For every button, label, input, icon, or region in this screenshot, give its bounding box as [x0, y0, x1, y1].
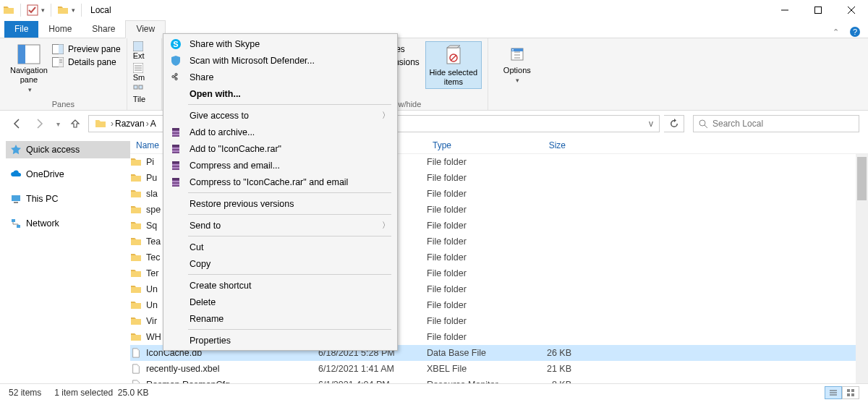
layout-tiles[interactable]: Tile [133, 85, 145, 103]
menu-item-label: Compress and email... [190, 161, 280, 171]
close-button[interactable] [835, 0, 868, 20]
tab-file[interactable]: File [4, 21, 38, 38]
layout-extra-large[interactable]: Ext [133, 41, 145, 60]
menu-item[interactable]: Delete [163, 294, 397, 310]
svg-rect-58 [172, 150, 179, 152]
forward-button[interactable] [30, 115, 48, 132]
address-bar: ▾ › Razvan › A v Search Local [0, 111, 868, 137]
menu-item[interactable]: Rename [163, 310, 397, 327]
table-row[interactable]: recently-used.xbel6/12/2021 1:41 AMXBEL … [130, 361, 868, 377]
breadcrumb-seg[interactable]: A [150, 119, 156, 129]
help-icon[interactable]: ? [849, 26, 861, 38]
menu-item[interactable]: Scan with Microsoft Defender... [163, 52, 397, 69]
file-type: File folder [427, 205, 514, 215]
menu-item[interactable]: Compress to "IconCache.rar" and email [163, 174, 397, 190]
menu-item[interactable]: Send to〉 [163, 217, 397, 234]
details-pane-button[interactable]: Details pane [52, 57, 121, 67]
svg-rect-53 [172, 131, 179, 132]
sidebar-item-label: Network [26, 218, 59, 229]
file-type: File folder [427, 332, 514, 342]
scrollbar-thumb[interactable] [857, 157, 867, 200]
share-icon [169, 71, 182, 84]
back-button[interactable] [9, 115, 26, 132]
hide-selected-button[interactable]: Hide selected items [425, 41, 482, 89]
file-type: File folder [427, 236, 514, 247]
chevron-down-icon[interactable]: v [646, 119, 656, 129]
svg-text:?: ? [853, 27, 857, 36]
ribbon-group-options: Options ▾ [488, 38, 546, 110]
checkbox-icon[interactable] [27, 4, 38, 16]
maximize-button[interactable] [801, 0, 835, 20]
folder-icon [130, 300, 142, 310]
ribbon-collapse-icon[interactable]: ⌃ [833, 27, 839, 37]
blank-icon [169, 312, 182, 325]
menu-item[interactable]: Create shortcut [163, 277, 397, 294]
sidebar-item-onedrive[interactable]: OneDrive [6, 166, 130, 183]
view-details-button[interactable] [825, 386, 842, 399]
ribbon-group-layout: Ext Sm Tile [127, 38, 162, 110]
menu-item[interactable]: Open with... [163, 85, 397, 102]
svg-rect-15 [133, 41, 143, 51]
svg-rect-48 [851, 393, 854, 396]
menu-item[interactable]: Properties [163, 332, 397, 349]
svg-point-36 [699, 120, 705, 126]
svg-rect-65 [172, 181, 179, 182]
menu-item[interactable]: Restore previous versions [163, 195, 397, 212]
col-type[interactable]: Type [427, 140, 514, 150]
title-bar: ▾ ▾ Local [0, 0, 868, 20]
sidebar-item-this-pc[interactable]: This PC [6, 190, 130, 208]
file-name: spe [146, 205, 161, 215]
menu-item[interactable]: Cut [163, 239, 397, 255]
tab-view[interactable]: View [125, 20, 166, 38]
scrollbar[interactable] [856, 154, 868, 383]
menu-item-label: Copy [190, 259, 210, 269]
folder-icon [95, 119, 106, 129]
layout-small[interactable]: Sm [133, 63, 145, 82]
rar-icon [169, 176, 182, 189]
search-input[interactable]: Search Local [693, 115, 859, 132]
menu-item[interactable]: Copy [163, 255, 397, 272]
col-size[interactable]: Size [514, 140, 571, 150]
view-large-button[interactable] [842, 386, 859, 399]
file-name: Resmon.ResmonCfg [146, 380, 230, 383]
menu-item[interactable]: Share [163, 69, 397, 85]
table-row[interactable]: Resmon.ResmonCfg6/1/2021 4:04 PMResource… [130, 377, 868, 383]
file-type: File folder [427, 252, 514, 263]
file-icon [130, 348, 142, 358]
tab-home[interactable]: Home [38, 21, 82, 38]
folder-icon [130, 157, 142, 167]
chevron-right-icon: 〉 [382, 110, 390, 121]
menu-item[interactable]: SShare with Skype [163, 35, 397, 52]
folder-icon [130, 252, 142, 263]
preview-pane-button[interactable]: Preview pane [52, 44, 121, 54]
menu-item[interactable]: Give access to〉 [163, 107, 397, 124]
ribbon: Navigation pane▾ Preview pane Details pa… [0, 38, 868, 111]
menu-item[interactable]: Add to "IconCache.rar" [163, 140, 397, 157]
recent-locations-button[interactable]: ▾ [52, 115, 62, 132]
file-name: Tea [146, 236, 161, 247]
blank-icon [169, 219, 182, 232]
refresh-button[interactable] [664, 115, 684, 132]
network-icon [10, 218, 22, 229]
sidebar-item-network[interactable]: Network [6, 215, 130, 232]
navigation-pane-button[interactable]: Navigation pane▾ [6, 41, 52, 94]
tab-share[interactable]: Share [82, 21, 125, 38]
options-button[interactable]: Options ▾ [494, 41, 540, 85]
svg-rect-60 [172, 161, 179, 163]
file-name: Un [146, 284, 158, 294]
search-icon [698, 119, 708, 129]
breadcrumb-seg[interactable]: Razvan [115, 119, 145, 129]
up-button[interactable] [67, 115, 84, 132]
menu-item-label: Properties [190, 336, 231, 346]
sidebar-item-quick-access[interactable]: Quick access [6, 141, 130, 158]
minimize-button[interactable] [768, 0, 801, 20]
qat-caret-icon[interactable]: ▾ [41, 7, 45, 14]
menu-item-label: Delete [190, 297, 216, 307]
file-date: 6/1/2021 4:04 PM [318, 380, 427, 383]
file-name: Un [146, 300, 158, 310]
menu-item[interactable]: Add to archive... [163, 124, 397, 140]
svg-rect-10 [59, 45, 64, 54]
svg-rect-62 [172, 167, 179, 169]
folder-icon [130, 173, 142, 183]
menu-item[interactable]: Compress and email... [163, 157, 397, 174]
